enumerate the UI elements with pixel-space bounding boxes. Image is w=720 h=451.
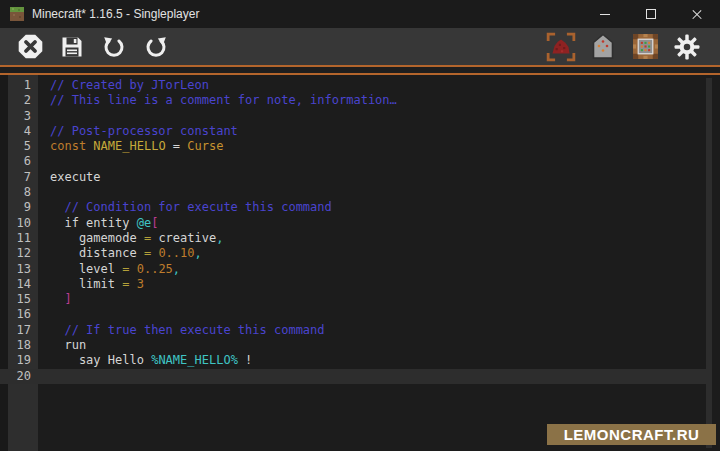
code-line-text: gamemode = creative, [38, 231, 223, 246]
code-line[interactable]: 16 [0, 307, 706, 322]
code-line[interactable]: 13 level = 0..25, [0, 262, 706, 277]
redstone-dust-icon [546, 32, 576, 62]
line-number: 1 [8, 78, 38, 93]
app-window: Minecraft* 1.16.5 - Singleplayer [0, 0, 720, 451]
scrollbar[interactable] [706, 78, 712, 448]
code-line-text: // This line is a comment for note, info… [38, 93, 397, 108]
line-number: 18 [8, 338, 38, 353]
code-line[interactable]: 3 [0, 109, 706, 124]
octagon-x-icon [17, 33, 44, 60]
code-line[interactable]: 10 if entity @e[ [0, 216, 706, 231]
code-line[interactable]: 20 [0, 369, 706, 384]
line-number: 7 [8, 170, 38, 185]
minimize-icon [600, 14, 610, 15]
save-button[interactable] [55, 31, 89, 63]
code-line-text: const NAME_HELLO = Curse [38, 139, 223, 154]
watermark-text: LEMONCRAFT.RU [564, 426, 700, 443]
code-editor[interactable]: 1// Created by JTorLeon2// This line is … [0, 75, 720, 451]
line-number: 13 [8, 262, 38, 277]
titlebar: Minecraft* 1.16.5 - Singleplayer [0, 0, 720, 28]
line-number: 16 [8, 307, 38, 322]
code-line[interactable]: 14 limit = 3 [0, 277, 706, 292]
line-number: 4 [8, 124, 38, 139]
code-line-text: ] [38, 292, 72, 307]
code-line[interactable]: 15 ] [0, 292, 706, 307]
code-line[interactable]: 19 say Hello %NAME_HELLO% ! [0, 353, 706, 368]
code-line-text [38, 369, 50, 384]
code-line-text: // Post-processor constant [38, 124, 238, 139]
line-number: 19 [8, 353, 38, 368]
code-line-text: // Created by JTorLeon [38, 78, 209, 93]
line-number: 15 [8, 292, 38, 307]
toolbar-left-group [0, 31, 181, 63]
code-line[interactable]: 7execute [0, 170, 706, 185]
close-file-button[interactable] [13, 31, 47, 63]
code-line[interactable]: 2// This line is a comment for note, inf… [0, 93, 706, 108]
redo-arrow-icon [144, 35, 168, 59]
code-line-text [38, 109, 50, 124]
redo-button[interactable] [139, 31, 173, 63]
close-icon [691, 8, 703, 20]
structure-block-button[interactable] [586, 31, 620, 63]
code-line-text: level = 0..25, [38, 262, 180, 277]
window-controls [582, 0, 720, 28]
toolbar-right-group [536, 31, 720, 63]
gear-icon [674, 34, 700, 60]
crafting-frame-icon [632, 33, 659, 60]
line-number: 3 [8, 109, 38, 124]
code-line-text: say Hello %NAME_HELLO% ! [38, 353, 252, 368]
line-number: 2 [8, 93, 38, 108]
code-line[interactable]: 5const NAME_HELLO = Curse [0, 139, 706, 154]
code-line[interactable]: 18 run [0, 338, 706, 353]
code-line-text: // If true then execute this command [38, 323, 325, 338]
settings-button[interactable] [670, 31, 704, 63]
code-line[interactable]: 1// Created by JTorLeon [0, 78, 706, 93]
redstone-selection-button[interactable] [544, 31, 578, 63]
minecraft-grass-block-icon [10, 7, 24, 21]
item-frame-button[interactable] [628, 31, 662, 63]
line-number: 6 [8, 154, 38, 169]
line-number: 8 [8, 185, 38, 200]
code-line-text: distance = 0..10, [38, 246, 202, 261]
code-line-text: limit = 3 [38, 277, 144, 292]
house-icon [591, 33, 615, 60]
close-button[interactable] [674, 0, 720, 28]
line-number: 11 [8, 231, 38, 246]
code-line-text [38, 154, 50, 169]
undo-button[interactable] [97, 31, 131, 63]
undo-arrow-icon [102, 35, 126, 59]
maximize-button[interactable] [628, 0, 674, 28]
toolbar-editor-separator [0, 67, 720, 75]
window-title: Minecraft* 1.16.5 - Singleplayer [32, 7, 582, 21]
maximize-icon [646, 9, 656, 19]
line-number: 5 [8, 139, 38, 154]
floppy-disk-icon [60, 35, 84, 59]
line-number: 12 [8, 246, 38, 261]
line-number: 14 [8, 277, 38, 292]
code-line[interactable]: 17 // If true then execute this command [0, 323, 706, 338]
code-line[interactable]: 11 gamemode = creative, [0, 231, 706, 246]
code-lines: 1// Created by JTorLeon2// This line is … [0, 78, 706, 384]
toolbar [0, 28, 720, 67]
code-line[interactable]: 12 distance = 0..10, [0, 246, 706, 261]
code-line-text: execute [38, 170, 101, 185]
code-line-text [38, 307, 50, 322]
line-number: 9 [8, 200, 38, 215]
code-line[interactable]: 6 [0, 154, 706, 169]
code-line[interactable]: 4// Post-processor constant [0, 124, 706, 139]
watermark-badge: LEMONCRAFT.RU [547, 424, 716, 445]
line-number: 10 [8, 216, 38, 231]
line-number: 17 [8, 323, 38, 338]
code-line-text: run [38, 338, 86, 353]
code-line-text: if entity @e[ [38, 216, 158, 231]
line-number: 20 [8, 369, 38, 384]
minimize-button[interactable] [582, 0, 628, 28]
code-line-text [38, 185, 50, 200]
code-line[interactable]: 9 // Condition for execute this command [0, 200, 706, 215]
code-line-text: // Condition for execute this command [38, 200, 332, 215]
code-line[interactable]: 8 [0, 185, 706, 200]
